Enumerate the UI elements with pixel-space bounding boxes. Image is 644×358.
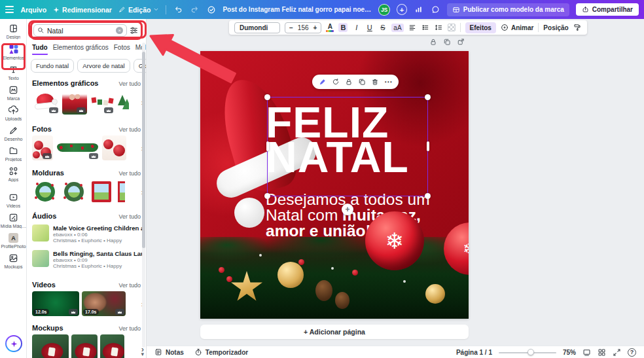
square-frame-thumbnail[interactable] bbox=[90, 179, 113, 204]
see-all-audios[interactable]: Ver tudo bbox=[118, 213, 141, 220]
more-options-icon[interactable]: ⋯ bbox=[384, 79, 392, 85]
help-button[interactable]: ? bbox=[628, 348, 636, 357]
magic-edit-icon[interactable] bbox=[319, 78, 327, 86]
sidebar-item-midia-magica[interactable]: Mídia Mági... bbox=[0, 213, 27, 228]
gift-mockup-thumbnail[interactable] bbox=[71, 334, 98, 358]
list-button[interactable] bbox=[421, 24, 430, 31]
wreath-frame-thumbnail[interactable] bbox=[32, 179, 58, 204]
notes-button[interactable]: Notas bbox=[154, 348, 184, 356]
publish-template-button[interactable]: Publicar como modelo da marca bbox=[447, 3, 569, 16]
redo-button[interactable] bbox=[190, 5, 200, 15]
replace-icon[interactable] bbox=[332, 78, 340, 86]
resize-handle[interactable] bbox=[264, 94, 270, 100]
tab-elementos-graficos[interactable]: Elementos gráficos bbox=[53, 44, 109, 54]
add-page-button[interactable]: + Adicionar página bbox=[200, 325, 469, 339]
delete-icon[interactable] bbox=[371, 78, 379, 86]
lock-icon[interactable] bbox=[345, 78, 353, 86]
timer-button[interactable]: Temporizador bbox=[194, 348, 248, 356]
expand-page-icon[interactable] bbox=[457, 38, 465, 46]
insights-icon[interactable] bbox=[414, 5, 423, 15]
see-all-frames[interactable]: Ver tudo bbox=[118, 170, 141, 177]
position-button[interactable]: Posição bbox=[543, 24, 568, 31]
menu-redimensionar[interactable]: Redimensionar bbox=[53, 6, 112, 14]
copy-style-icon[interactable] bbox=[573, 24, 582, 31]
sidebar-item-projetos[interactable]: Projetos bbox=[0, 146, 27, 162]
menu-edicao[interactable]: Edição bbox=[118, 6, 159, 14]
strikethrough-button[interactable]: S bbox=[378, 24, 387, 31]
filter-icon[interactable] bbox=[130, 26, 139, 35]
wreath-frame-thumbnail[interactable] bbox=[61, 179, 87, 204]
effects-button[interactable]: Efeitos bbox=[465, 22, 496, 33]
christmas-trees-graphic-thumbnail[interactable] bbox=[117, 90, 129, 115]
animate-button[interactable]: Animar bbox=[501, 24, 533, 31]
increase-font-button[interactable]: + bbox=[313, 24, 317, 31]
christmas-banner-graphic-thumbnail[interactable] bbox=[90, 90, 115, 115]
frame-thumbnail-partial[interactable] bbox=[116, 179, 125, 204]
design-title[interactable]: Post do Instagram Feliz natal gorro papa… bbox=[223, 6, 372, 13]
santa-hat-graphic-thumbnail[interactable] bbox=[32, 90, 60, 115]
sidebar-item-uploads[interactable]: Uploads bbox=[0, 105, 27, 121]
video-thumbnail[interactable]: 17.0s bbox=[82, 291, 126, 316]
transparency-button[interactable] bbox=[448, 24, 456, 31]
see-all-videos[interactable]: Ver tudo bbox=[118, 282, 141, 289]
duplicate-page-icon[interactable] bbox=[443, 38, 451, 46]
gift-mockup-thumbnail[interactable] bbox=[32, 334, 69, 358]
text-case-button[interactable]: aA bbox=[391, 24, 403, 32]
lock-page-icon[interactable] bbox=[429, 38, 437, 46]
sidebar-item-mockups[interactable]: Mockups bbox=[0, 253, 27, 269]
sidebar-item-profilephoto[interactable]: A ProfilePhoto bbox=[0, 233, 27, 249]
grid-view-icon[interactable] bbox=[598, 348, 606, 357]
resize-handle[interactable] bbox=[425, 193, 431, 199]
alignment-button[interactable] bbox=[408, 24, 417, 31]
sidebar-item-texto[interactable]: Texto bbox=[0, 65, 27, 81]
design-page[interactable]: FELIZ NATAL Desejamos a todos um Natal c… bbox=[200, 51, 469, 319]
chip-fundo-natal[interactable]: Fundo natal bbox=[31, 59, 74, 73]
clear-search-icon[interactable]: × bbox=[116, 27, 123, 34]
sidebar-item-apps[interactable]: Apps bbox=[0, 166, 27, 182]
sidebar-item-elementos[interactable]: Elementos bbox=[0, 44, 27, 60]
sidebar-item-videos[interactable]: Videos bbox=[0, 192, 27, 208]
tab-tudo[interactable]: Tudo bbox=[32, 44, 48, 55]
garland-photo-thumbnail[interactable] bbox=[56, 135, 99, 160]
chip-arvore-de-natal[interactable]: Arvore de natal bbox=[77, 59, 130, 73]
see-all-photos[interactable]: Ver tudo bbox=[118, 126, 141, 133]
add-member-button[interactable]: + bbox=[397, 4, 407, 15]
sidebar-item-design[interactable]: Design bbox=[0, 24, 27, 39]
ornaments-photo-thumbnail[interactable] bbox=[32, 135, 53, 160]
pages-view-icon[interactable] bbox=[582, 348, 591, 357]
italic-button[interactable]: I bbox=[352, 24, 361, 31]
decrease-font-button[interactable]: − bbox=[289, 24, 293, 31]
red-bauble-ornament[interactable]: ❄ bbox=[365, 211, 424, 270]
baubles-photo-thumbnail[interactable] bbox=[102, 135, 126, 160]
undo-button[interactable] bbox=[173, 5, 183, 15]
fullscreen-icon[interactable] bbox=[613, 348, 621, 357]
see-all-mockups[interactable]: Ver tudo bbox=[118, 325, 141, 332]
resize-handle-side[interactable] bbox=[427, 141, 429, 151]
avatar[interactable]: JS bbox=[378, 4, 389, 16]
zoom-slider[interactable] bbox=[499, 349, 556, 355]
panel-scrollbar[interactable] bbox=[142, 43, 145, 348]
drag-handle[interactable]: + bbox=[342, 204, 353, 215]
assistant-button[interactable] bbox=[5, 335, 22, 352]
text-color-button[interactable]: A bbox=[326, 24, 334, 32]
tab-fotos[interactable]: Fotos bbox=[114, 44, 130, 54]
audio-list-item[interactable]: Bells Ringing, Santa Claus Laugh... ebav… bbox=[32, 250, 141, 269]
audio-list-item[interactable]: Male Voice Greeting Children a ... ebavo… bbox=[32, 224, 141, 243]
see-all-graphics[interactable]: Ver tudo bbox=[118, 81, 141, 87]
line-spacing-button[interactable] bbox=[435, 24, 443, 31]
hamburger-menu-icon[interactable] bbox=[5, 6, 14, 13]
resize-handle-side[interactable] bbox=[266, 141, 269, 151]
resize-handle[interactable] bbox=[425, 94, 431, 100]
zoom-level[interactable]: 75% bbox=[563, 349, 576, 356]
font-size-value[interactable]: 156 bbox=[298, 24, 309, 31]
scroll-down-icon[interactable]: ▾ bbox=[141, 351, 144, 357]
menu-arquivo[interactable]: Arquivo bbox=[20, 6, 46, 14]
christmas-garland-decoration[interactable] bbox=[200, 237, 469, 319]
comments-icon[interactable] bbox=[430, 5, 440, 15]
resize-handle[interactable] bbox=[264, 193, 270, 199]
share-button[interactable]: Compartilhar bbox=[576, 3, 639, 16]
bold-button[interactable]: B bbox=[338, 23, 348, 32]
underline-button[interactable]: U bbox=[365, 24, 374, 31]
font-selector[interactable]: Dumondi bbox=[234, 22, 280, 33]
christmas-people-graphic-thumbnail[interactable] bbox=[62, 90, 87, 115]
